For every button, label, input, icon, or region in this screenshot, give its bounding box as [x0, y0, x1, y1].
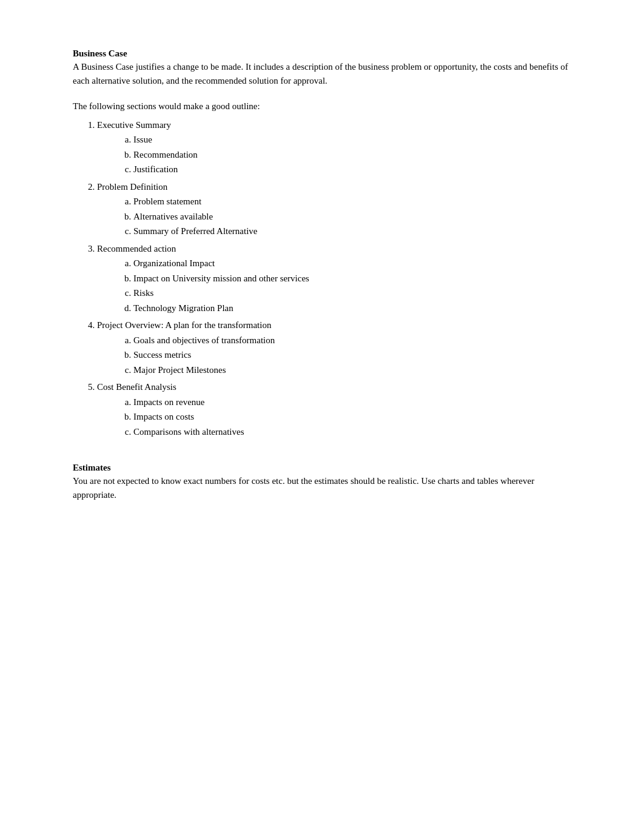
list-item: Recommended action Organizational Impact…: [97, 242, 571, 315]
list-item: Technology Migration Plan: [133, 301, 571, 315]
sub-item-label: Risks: [133, 288, 153, 298]
sub-item-label: Impact on University mission and other s…: [133, 273, 309, 283]
estimates-body: You are not expected to know exact numbe…: [73, 474, 571, 501]
sub-item-label: Problem statement: [133, 196, 201, 206]
list-item: Organizational Impact: [133, 257, 571, 270]
business-case-intro: A Business Case justifies a change to be…: [73, 60, 571, 87]
sub-item-label: Recommendation: [133, 150, 198, 159]
main-outline-list: Executive Summary Issue Recommendation J…: [73, 118, 571, 439]
page: Business Case A Business Case justifies …: [0, 0, 644, 835]
list-item: Problem statement: [133, 195, 571, 209]
outline-intro: The following sections would make a good…: [73, 99, 571, 113]
list-item: Impacts on revenue: [133, 395, 571, 409]
list-item-label: Project Overview: A plan for the transfo…: [97, 320, 271, 330]
list-item: Justification: [133, 163, 571, 176]
sub-list: Issue Recommendation Justification: [97, 133, 571, 176]
list-item: Recommendation: [133, 148, 571, 162]
sub-list: Organizational Impact Impact on Universi…: [97, 257, 571, 315]
list-item: Impacts on costs: [133, 410, 571, 424]
estimates-section: Estimates You are not expected to know e…: [73, 463, 571, 501]
business-case-title: Business Case: [73, 49, 571, 59]
list-item: Comparisons with alternatives: [133, 425, 571, 439]
sub-item-label: Success metrics: [133, 350, 191, 360]
sub-list: Impacts on revenue Impacts on costs Comp…: [97, 395, 571, 439]
list-item: Alternatives available: [133, 210, 571, 224]
list-item-label: Recommended action: [97, 244, 176, 253]
estimates-title: Estimates: [73, 463, 571, 473]
list-item: Impact on University mission and other s…: [133, 272, 571, 286]
list-item: Problem Definition Problem statement Alt…: [97, 180, 571, 238]
sub-item-label: Impacts on costs: [133, 412, 194, 421]
list-item: Goals and objectives of transformation: [133, 334, 571, 347]
sub-item-label: Comparisons with alternatives: [133, 427, 244, 437]
list-item-label: Executive Summary: [97, 120, 171, 130]
sub-item-label: Issue: [133, 135, 152, 144]
list-item: Issue: [133, 133, 571, 147]
sub-item-label: Goals and objectives of transformation: [133, 335, 275, 345]
sub-item-label: Summary of Preferred Alternative: [133, 226, 258, 236]
list-item: Project Overview: A plan for the transfo…: [97, 318, 571, 377]
list-item: Cost Benefit Analysis Impacts on revenue…: [97, 380, 571, 438]
sub-list: Problem statement Alternatives available…: [97, 195, 571, 238]
sub-item-label: Alternatives available: [133, 212, 213, 221]
list-item: Success metrics: [133, 348, 571, 362]
sub-item-label: Organizational Impact: [133, 258, 215, 268]
list-item-label: Cost Benefit Analysis: [97, 382, 176, 392]
sub-list: Goals and objectives of transformation S…: [97, 334, 571, 377]
list-item: Executive Summary Issue Recommendation J…: [97, 118, 571, 176]
list-item-label: Problem Definition: [97, 182, 167, 192]
list-item: Major Project Milestones: [133, 363, 571, 377]
business-case-section: Business Case A Business Case justifies …: [73, 49, 571, 87]
list-item: Summary of Preferred Alternative: [133, 224, 571, 238]
sub-item-label: Impacts on revenue: [133, 397, 204, 407]
list-item: Risks: [133, 286, 571, 300]
sub-item-label: Technology Migration Plan: [133, 303, 233, 313]
sub-item-label: Justification: [133, 164, 178, 174]
sub-item-label: Major Project Milestones: [133, 365, 226, 375]
